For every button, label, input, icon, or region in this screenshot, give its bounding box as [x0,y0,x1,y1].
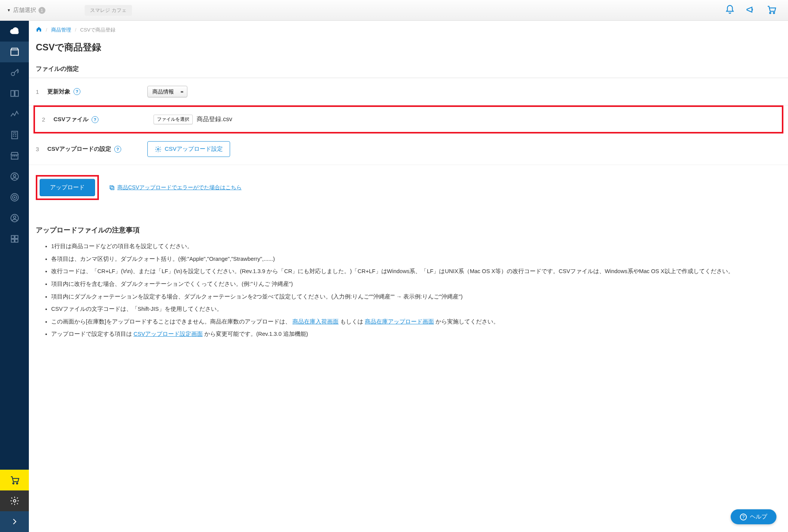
svg-rect-20 [111,187,114,190]
note-item: 各項目は、カンマ区切り。ダブルクォート括り。(例:"Apple","Orange… [51,254,781,264]
store-tag[interactable]: スマレジ カフェ [85,5,132,16]
nav-settings[interactable] [0,490,29,511]
csv-upload-settings-button[interactable]: CSVアップロード設定 [147,141,230,157]
stock-upload-link[interactable]: 商品在庫アップロード画面 [365,319,434,325]
row-label: 更新対象 ? [47,88,147,95]
nav-calculator[interactable] [0,125,29,145]
nav-shop[interactable] [0,470,29,490]
nav-store[interactable] [0,145,29,166]
help-icon[interactable]: ? [114,146,121,153]
topbar: ▼ 店舗選択 1 スマレジ カフェ [0,0,788,21]
svg-point-6 [13,175,16,177]
error-help-link[interactable]: 商品CSVアップロードでエラーがでた場合はこちら [109,184,242,191]
question-icon: ? [740,514,747,520]
nav-target[interactable] [0,187,29,208]
row-label: CSVアップロードの設定 ? [47,145,147,153]
store-select-label: 店舗選択 [13,7,36,14]
svg-point-9 [14,197,15,198]
selected-file-name: 商品登録.csv [197,115,232,123]
row-number: 2 [42,116,53,123]
svg-point-1 [773,12,775,13]
notes-title: アップロードファイルの注意事項 [36,225,781,235]
home-icon[interactable] [36,26,42,33]
upload-highlight: アップロード [36,175,99,200]
upload-button[interactable]: アップロード [40,179,95,196]
choose-file-button[interactable]: ファイルを選択 [154,115,193,124]
stock-arrival-link[interactable]: 商品在庫入荷画面 [292,319,339,325]
bell-icon[interactable] [725,5,735,16]
svg-point-3 [11,72,15,76]
svg-point-8 [12,195,17,200]
svg-point-7 [11,193,18,201]
svg-rect-15 [15,239,18,242]
note-item: 改行コードは、「CR+LF」(\r\n)、または「LF」(\n)を設定してくださ… [51,267,781,276]
svg-point-11 [13,216,16,219]
csv-settings-link[interactable]: CSVアップロード設定画面 [134,331,203,337]
topbar-icons [725,5,788,16]
svg-rect-14 [11,239,14,242]
svg-rect-2 [11,50,18,55]
row-label: CSVファイル ? [53,116,154,123]
gear-icon [155,146,162,153]
page-title: CSVで商品登録 [29,39,788,61]
svg-rect-12 [11,235,14,238]
cart-icon[interactable] [766,5,776,16]
form-row-2-highlight: 2 CSVファイル ? ファイルを選択 商品登録.csv [33,105,783,133]
nav-book[interactable] [0,83,29,104]
nav-expand[interactable] [0,511,29,532]
help-icon[interactable]: ? [73,88,80,95]
svg-point-19 [157,148,159,150]
row-number: 3 [36,146,47,152]
nav-products[interactable] [0,42,29,62]
row-number: 1 [36,88,47,95]
note-item: 項目内に改行を含む場合、ダブルクォーテーションでくくってください。(例:"りんご… [51,279,781,289]
nav-analytics[interactable] [0,104,29,125]
help-icon[interactable]: ? [92,116,98,123]
store-count-badge: 1 [38,7,45,14]
svg-rect-13 [15,235,18,238]
form-row-1: 1 更新対象 ? 商品情報 [29,78,788,105]
form-row-3: 3 CSVアップロードの設定 ? CSVアップロード設定 [29,133,788,165]
note-item: 項目内にダブルクォーテーションを設定する場合、ダブルクォーテーションを2つ並べて… [51,292,781,302]
action-row: アップロード 商品CSVアップロードでエラーがでた場合はこちら [29,165,788,210]
store-selector[interactable]: ▼ 店舗選択 1 [0,7,77,14]
notes-section: アップロードファイルの注意事項 1行目は商品コードなどの項目名を設定してください… [29,210,788,339]
nav-account[interactable] [0,208,29,228]
nav-user[interactable] [0,166,29,187]
note-item: この画面から[在庫数]をアップロードすることはできません。商品在庫数のアップロー… [51,317,781,327]
svg-point-16 [13,483,14,484]
megaphone-icon[interactable] [746,5,756,16]
note-item: 1行目は商品コードなどの項目名を設定してください。 [51,242,781,251]
sidebar [0,21,29,532]
svg-rect-21 [110,185,113,188]
svg-point-0 [770,12,771,13]
breadcrumb-link-1[interactable]: 商品管理 [51,27,71,33]
note-item: アップロードで設定する項目は CSVアップロード設定画面 から変更可能です。(R… [51,329,781,339]
update-target-select[interactable]: 商品情報 [147,86,187,97]
nav-key[interactable] [0,62,29,83]
copy-icon [109,185,115,191]
nav-cloud[interactable] [0,21,29,42]
note-item: CSVファイルの文字コードは、「Shift-JIS」を使用してください。 [51,304,781,314]
help-button[interactable]: ? ヘルプ [731,509,776,524]
form-row-2: 2 CSVファイル ? ファイルを選択 商品登録.csv [35,107,782,132]
breadcrumb-current: CSVで商品登録 [80,27,115,33]
svg-point-17 [16,483,17,484]
caret-down-icon: ▼ [7,8,11,12]
main-content: / 商品管理 / CSVで商品登録 CSVで商品登録 ファイルの指定 1 更新対… [29,21,788,532]
breadcrumb: / 商品管理 / CSVで商品登録 [29,21,788,39]
nav-grid[interactable] [0,228,29,249]
section-title: ファイルの指定 [29,61,788,78]
svg-rect-4 [12,131,17,139]
svg-point-18 [13,500,16,502]
